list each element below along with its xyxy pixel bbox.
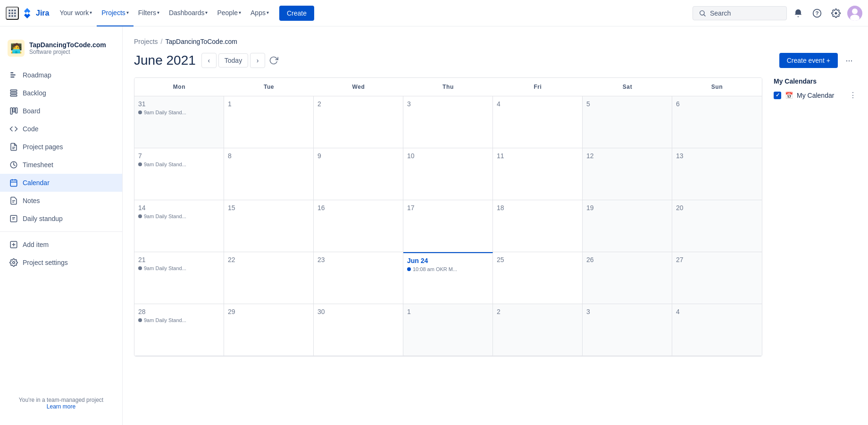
calendar-cell[interactable]: 29 — [224, 304, 314, 356]
calendar-cell[interactable]: 6 — [672, 96, 762, 148]
calendar-cell[interactable]: 11 — [493, 148, 583, 200]
topnav-left: Jira Your work ▾ Projects ▾ Filters ▾ Da… — [6, 0, 314, 26]
jira-logo-icon — [21, 7, 34, 20]
calendar-cell[interactable]: 4 — [493, 96, 583, 148]
breadcrumb-projects[interactable]: Projects — [134, 38, 158, 45]
event-text: 10:08 am OKR M... — [413, 266, 457, 272]
calendar-cell[interactable]: 8 — [224, 148, 314, 200]
sidebar-item-backlog[interactable]: Backlog — [0, 84, 122, 102]
day-number: 20 — [676, 204, 758, 212]
calendar-cell[interactable]: 2 — [493, 304, 583, 356]
calendar-cell[interactable]: 25 — [493, 252, 583, 304]
sidebar-item-notes[interactable]: Notes — [0, 192, 122, 210]
calendar-cell[interactable]: 3 — [583, 304, 672, 356]
calendar-cell[interactable]: 19 — [583, 200, 672, 252]
sidebar-footer-link[interactable]: Learn more — [47, 403, 75, 410]
create-button[interactable]: Create — [279, 6, 314, 21]
event-text: 9am Daily Stand... — [144, 265, 186, 271]
calendar-cell[interactable]: 1 — [224, 96, 314, 148]
weekday-fri: Fri — [493, 78, 583, 96]
calendar-cell[interactable]: 26 — [583, 252, 672, 304]
nav-apps[interactable]: Apps ▾ — [246, 0, 274, 26]
today-button[interactable]: Today — [218, 53, 248, 68]
calendar-cell[interactable]: 30 — [314, 304, 403, 356]
calendar-cell[interactable]: 17 — [403, 200, 493, 252]
calendar-sidebar: My Calendars 📅 My Calendar ⋮ — [762, 77, 857, 357]
calendar-more-button[interactable]: ··· — [842, 53, 857, 68]
sidebar-footer: You're in a team-managed project Learn m… — [0, 389, 122, 417]
standup-icon — [9, 214, 18, 223]
calendar-cell[interactable]: 12 — [583, 148, 672, 200]
my-calendar-more-button[interactable]: ⋮ — [849, 91, 857, 100]
calendar-cell[interactable]: 289am Daily Stand... — [134, 304, 224, 356]
sidebar-item-roadmap[interactable]: Roadmap — [0, 66, 122, 84]
nav-dashboards[interactable]: Dashboards ▾ — [164, 0, 213, 26]
refresh-icon[interactable] — [269, 56, 278, 65]
calendar-cell[interactable]: 149am Daily Stand... — [134, 200, 224, 252]
sidebar-item-calendar[interactable]: Calendar — [0, 174, 122, 192]
weekday-tue: Tue — [224, 78, 314, 96]
sidebar-label-board: Board — [23, 107, 40, 115]
calendar-cell[interactable]: Jun 2410:08 am OKR M... — [403, 252, 493, 304]
nav-your-work[interactable]: Your work ▾ — [55, 0, 97, 26]
calendar-cell[interactable]: 10 — [403, 148, 493, 200]
calendar-cell[interactable]: 27 — [672, 252, 762, 304]
apps-grid-button[interactable] — [6, 7, 19, 20]
search-bar[interactable]: Search — [693, 6, 787, 20]
sidebar-item-timesheet[interactable]: Timesheet — [0, 156, 122, 174]
calendar-cell[interactable]: 2 — [314, 96, 403, 148]
calendar-cell[interactable]: 1 — [403, 304, 493, 356]
day-number: 25 — [497, 256, 578, 264]
nav-projects[interactable]: Projects ▾ — [97, 0, 134, 26]
calendar-cell[interactable]: 18 — [493, 200, 583, 252]
nav-links: Your work ▾ Projects ▾ Filters ▾ Dashboa… — [55, 0, 273, 26]
calendar-cell[interactable]: 219am Daily Stand... — [134, 252, 224, 304]
sidebar-item-code[interactable]: Code — [0, 120, 122, 138]
calendar-cell[interactable]: 23 — [314, 252, 403, 304]
calendar-cell[interactable]: 3 — [403, 96, 493, 148]
sidebar-label-project-settings: Project settings — [23, 259, 68, 266]
calendar-cell[interactable]: 22 — [224, 252, 314, 304]
help-button[interactable]: ? — [810, 6, 825, 21]
sidebar-label-calendar: Calendar — [23, 179, 50, 187]
project-info: TapDancingToCode.com Software project — [29, 41, 106, 55]
calendar-event[interactable]: 9am Daily Stand... — [138, 162, 220, 167]
sidebar-item-project-settings[interactable]: Project settings — [0, 254, 122, 272]
create-event-button[interactable]: Create event + — [779, 53, 838, 68]
next-month-button[interactable]: › — [250, 53, 265, 68]
calendar-cell[interactable]: 4 — [672, 304, 762, 356]
settings-button[interactable] — [828, 6, 843, 21]
calendar-cell[interactable]: 13 — [672, 148, 762, 200]
sidebar-item-board[interactable]: Board — [0, 102, 122, 120]
calendar-event[interactable]: 10:08 am OKR M... — [407, 266, 489, 272]
calendar-cell[interactable]: 16 — [314, 200, 403, 252]
nav-filters[interactable]: Filters ▾ — [134, 0, 164, 26]
calendar-event[interactable]: 9am Daily Stand... — [138, 265, 220, 271]
user-avatar[interactable] — [847, 6, 862, 21]
calendar-event[interactable]: 9am Daily Stand... — [138, 213, 220, 219]
svg-rect-20 — [10, 93, 17, 94]
calendar-cell[interactable]: 20 — [672, 200, 762, 252]
svg-rect-23 — [13, 108, 15, 112]
day-number: 6 — [676, 100, 758, 108]
jira-logo[interactable]: Jira — [21, 7, 49, 20]
calendar-event[interactable]: 9am Daily Stand... — [138, 110, 220, 115]
calendar-event[interactable]: 9am Daily Stand... — [138, 317, 220, 323]
sidebar-item-add-item[interactable]: Add item — [0, 236, 122, 254]
calendar-cell[interactable]: 319am Daily Stand... — [134, 96, 224, 148]
calendar-cell[interactable]: 15 — [224, 200, 314, 252]
project-name: TapDancingToCode.com — [29, 41, 106, 49]
weekday-sat: Sat — [583, 78, 672, 96]
prev-month-button[interactable]: ‹ — [201, 53, 217, 68]
svg-rect-24 — [16, 108, 17, 113]
grid-icon — [8, 8, 17, 18]
calendar-cell[interactable]: 9 — [314, 148, 403, 200]
calendar-cell[interactable]: 79am Daily Stand... — [134, 148, 224, 200]
my-calendar-checkbox[interactable] — [774, 92, 781, 99]
sidebar-item-daily-standup[interactable]: Daily standup — [0, 210, 122, 228]
sidebar-project: 🧑‍💻 TapDancingToCode.com Software projec… — [0, 34, 122, 66]
calendar-cell[interactable]: 5 — [583, 96, 672, 148]
notifications-button[interactable] — [791, 6, 806, 21]
sidebar-item-project-pages[interactable]: Project pages — [0, 138, 122, 156]
nav-people[interactable]: People ▾ — [212, 0, 246, 26]
